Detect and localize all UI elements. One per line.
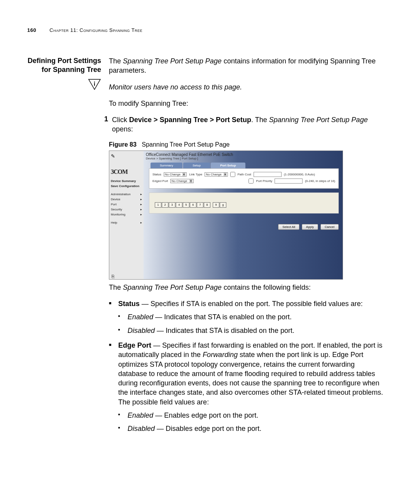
forwarding-state: Forwarding (203, 351, 238, 359)
chevron-right-icon: ▸ (140, 221, 142, 224)
figure-label: Figure 83 (109, 141, 136, 148)
port-5[interactable]: 5 (183, 202, 189, 208)
pathcost-input[interactable] (254, 172, 282, 177)
opt-desc: — Disables edge port on the port. (155, 425, 261, 432)
status-opt-disabled: Disabled — Indicates that STA is disable… (118, 326, 385, 335)
text: opens: (112, 125, 133, 133)
sidebar-item[interactable]: Security▸ (111, 207, 142, 212)
port-4[interactable]: 4 (176, 202, 182, 208)
status-select[interactable]: No Change (164, 172, 187, 177)
opt-desc: — Indicates that STA is disabled on the … (155, 327, 294, 334)
edgedport-label: Edged Port (152, 179, 168, 183)
sidebar-item[interactable]: Administration▸ (111, 192, 142, 197)
cancel-button[interactable]: Cancel (320, 224, 339, 230)
svg-point-1 (94, 81, 95, 82)
tab-port-setup[interactable]: Port Setup (211, 163, 245, 168)
figure-caption: Figure 83 Spanning Tree Port Setup Page (109, 141, 385, 148)
ss-port-selector: 123456789g (149, 192, 339, 214)
opt-desc: — Indicates that STA is enabled on the p… (153, 313, 292, 321)
figure-title: Spanning Tree Port Setup Page (142, 141, 229, 148)
portpriority-label: Port Priority (256, 179, 272, 183)
linktype-label: Link Type (189, 173, 202, 176)
breadcrumb: Device > Spanning Tree [ Port Setup ] (144, 157, 343, 163)
svg-rect-2 (94, 83, 95, 86)
page-name: Spanning Tree Port Setup Page (123, 284, 222, 291)
edgeport-opt-enabled: Enabled — Enables edge port on the port. (118, 411, 385, 420)
chevron-right-icon: ▸ (140, 203, 142, 206)
linktype-select[interactable]: No Change (205, 172, 228, 177)
lead-in: To modify Spanning Tree: (109, 99, 385, 108)
after-figure-text: The Spanning Tree Port Setup Page contai… (109, 283, 385, 292)
field-status: Status — Specifies if STA is enabled on … (109, 299, 385, 335)
chapter-title: Chapter 11: Configuring Spanning Tree (49, 27, 142, 33)
field-list: Status — Specifies if STA is enabled on … (109, 299, 385, 434)
opt-desc: — Enables edge port on the port. (153, 411, 258, 419)
edgedport-select[interactable]: No Change (170, 179, 193, 183)
step-number: 1 (97, 115, 112, 134)
field-desc-post: state when the port link is up. Edge Por… (118, 351, 383, 406)
port-2[interactable]: 2 (162, 202, 168, 208)
field-name: Status (118, 300, 140, 308)
portpriority-input[interactable] (275, 178, 303, 184)
ss-title: OfficeConnect Managed Fast Ethernet PoE … (144, 151, 343, 157)
ss-sidebar: ✎ 3COM Device SummarySave ConfigurationA… (109, 151, 144, 279)
step-1: 1 Click Device > Spanning Tree > Port Se… (97, 115, 385, 134)
logout-icon[interactable]: ⎘ (112, 274, 114, 279)
port-1[interactable]: 1 (155, 202, 161, 208)
field-name: Edge Port (118, 341, 151, 349)
chevron-right-icon: ▸ (140, 208, 142, 211)
text: Click (112, 116, 129, 124)
sidebar-item[interactable]: Save Configuration (111, 184, 142, 189)
tab-setup[interactable]: Setup (183, 163, 210, 168)
portpriority-hint: (0-240, in steps of 16) (305, 179, 335, 183)
opt-name: Disabled (128, 425, 155, 432)
sidebar-item[interactable]: Port▸ (111, 202, 142, 207)
pathcost-label: Path Cost (238, 173, 251, 176)
intro-paragraph: The Spanning Tree Port Setup Page contai… (109, 56, 385, 75)
text: The (109, 284, 123, 291)
sidebar-item[interactable]: Device▸ (111, 197, 142, 202)
sidebar-item[interactable]: Monitoring▸ (111, 212, 142, 217)
field-edgeport: Edge Port — Specifies if fast forwarding… (109, 341, 385, 434)
page-number: 160 (27, 27, 36, 33)
pathcost-checkbox[interactable] (230, 172, 235, 177)
page-name: Spanning Tree Port Setup Page (123, 57, 222, 65)
field-desc: — Specifies if STA is enabled on the por… (140, 300, 363, 308)
ss-form-panel: Status No Change Link Type No Change Pat… (149, 168, 339, 189)
brand-logo: 3COM (111, 168, 142, 175)
text: contains the following fields: (222, 284, 311, 291)
sidebar-item[interactable]: Help▸ (111, 220, 142, 225)
info-note-icon (88, 79, 101, 90)
port-8[interactable]: 8 (204, 202, 210, 208)
page-name: Spanning Tree Port Setup Page (269, 116, 368, 124)
sidebar-item[interactable]: Device Summary (111, 178, 142, 184)
chevron-right-icon: ▸ (140, 213, 142, 216)
ss-tabs: SummarySetupPort Setup (144, 163, 343, 168)
tab-summary[interactable]: Summary (150, 163, 182, 168)
port-9[interactable]: 9 (213, 202, 219, 208)
text: The (109, 57, 123, 65)
page-header: 160 Chapter 11: Configuring Spanning Tre… (27, 27, 385, 33)
chevron-right-icon: ▸ (140, 192, 142, 196)
chevron-right-icon: ▸ (140, 198, 142, 201)
port-7[interactable]: 7 (197, 202, 203, 208)
edgeport-opt-disabled: Disabled — Disables edge port on the por… (118, 424, 385, 433)
menu-path: Device > Spanning Tree > Port Setup (129, 116, 251, 124)
select-all-button[interactable]: Select All (278, 224, 299, 230)
note-text: Monitor users have no access to this pag… (109, 82, 385, 92)
apply-button[interactable]: Apply (302, 224, 318, 230)
pathcost-hint: (1-200000000, 0:Auto) (284, 173, 315, 176)
opt-name: Disabled (128, 327, 155, 334)
status-opt-enabled: Enabled — Indicates that STA is enabled … (118, 312, 385, 322)
opt-name: Enabled (128, 411, 153, 419)
status-label: Status (152, 173, 161, 176)
screenshot-figure: ✎ 3COM Device SummarySave ConfigurationA… (109, 150, 343, 280)
text: . The (251, 116, 269, 124)
portpriority-checkbox[interactable] (248, 178, 254, 184)
port-g[interactable]: g (220, 202, 226, 208)
port-6[interactable]: 6 (190, 202, 196, 208)
port-3[interactable]: 3 (169, 202, 175, 208)
opt-name: Enabled (128, 313, 153, 321)
section-heading: Defining Port Settings for Spanning Tree (27, 56, 101, 75)
